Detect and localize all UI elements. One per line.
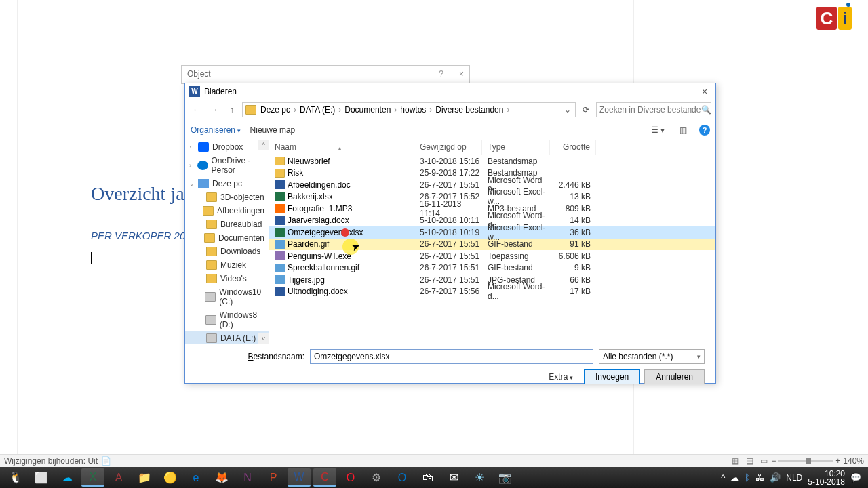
column-name[interactable]: Naam	[269, 140, 414, 155]
organize-button[interactable]: Organiseren	[191, 125, 241, 135]
zoom-control[interactable]: −+ 140%	[771, 456, 864, 466]
sidebar-item[interactable]: Windows10 (C:)	[185, 285, 269, 308]
search-icon[interactable]: 🔍	[701, 105, 711, 115]
access-icon[interactable]: A	[107, 468, 130, 487]
cancel-button[interactable]: Annuleren	[644, 369, 705, 384]
object-dialog-help-button[interactable]: ?	[439, 69, 443, 79]
sidebar-item[interactable]: ›OneDrive - Persor	[185, 154, 269, 177]
tray-arrow[interactable]: ^	[721, 472, 725, 483]
nav-back-button[interactable]: ←	[189, 102, 204, 117]
view-options-button[interactable]: ☰ ▾	[648, 125, 667, 135]
sidebar-item[interactable]: Windows8 (D:)	[185, 308, 269, 331]
file-row[interactable]: Paarden.gif26-7-2017 15:51GIF-bestand91 …	[269, 239, 715, 251]
navigation-bar: ← → ↑ Deze pc› DATA (E:)› Documenten› ho…	[185, 100, 715, 120]
folder-sidebar: ^ ›Dropbox›OneDrive - Persor⌄Deze pc3D-o…	[185, 140, 269, 344]
clock[interactable]: 10:205-10-2018	[808, 470, 845, 486]
column-size[interactable]: Grootte	[550, 140, 596, 155]
bluetooth-icon[interactable]: ᛒ	[745, 472, 750, 483]
macro-icon[interactable]: 📄	[98, 456, 115, 466]
preview-pane-button[interactable]: ▥	[677, 125, 690, 135]
powerpoint-icon[interactable]: P	[262, 468, 285, 487]
sidebar-item[interactable]: Video's	[185, 272, 269, 285]
chrome-icon[interactable]: 🟡	[159, 468, 182, 487]
weather-icon[interactable]: ☀	[468, 468, 491, 487]
file-row[interactable]: Nieuwsbrief3-10-2018 15:16Bestandsmap	[269, 155, 715, 167]
file-row[interactable]: Omzetgegevens.xlsx5-10-2018 10:19Microso…	[269, 226, 715, 239]
file-type-select[interactable]: Alle bestanden (*.*)	[599, 349, 705, 364]
new-folder-button[interactable]: Nieuwe map	[250, 125, 296, 135]
filename-input[interactable]	[310, 349, 593, 364]
breadcrumb-item[interactable]: Deze pc	[259, 105, 292, 115]
mail-icon[interactable]: ✉	[442, 468, 465, 487]
brand-logo: Ci	[816, 7, 856, 33]
zoom-level[interactable]: 140%	[843, 456, 864, 466]
language-indicator[interactable]: NLD	[786, 473, 802, 483]
sidebar-item[interactable]: Downloads	[185, 245, 269, 258]
zoom-slider[interactable]	[778, 460, 833, 462]
skype-icon[interactable]: ☁	[56, 468, 79, 487]
refresh-button[interactable]: ⟳	[578, 105, 593, 115]
app-icon[interactable]: C	[313, 468, 336, 487]
camtasia-icon[interactable]: ⬜	[30, 468, 53, 487]
onedrive-tray-icon[interactable]: ☁	[730, 472, 739, 483]
word-icon: W	[189, 86, 200, 97]
sidebar-item[interactable]: Documenten	[185, 231, 269, 245]
taskbar: 🐧 ⬜ ☁ X A 📁 🟡 e 🦊 N P W C O ⚙ O 🛍 ✉ ☀ 📷 …	[0, 467, 868, 488]
sidebar-item[interactable]: ⌄Deze pc	[185, 177, 269, 190]
sidebar-item[interactable]: Bureaublad	[185, 218, 269, 231]
network-icon[interactable]: 🖧	[755, 472, 764, 483]
breadcrumb-item[interactable]: DATA (E:)	[298, 105, 336, 115]
object-dialog-title: Object	[187, 69, 211, 79]
outlook-icon[interactable]: O	[391, 468, 414, 487]
edge-icon[interactable]: e	[184, 468, 208, 487]
opera-icon[interactable]: O	[339, 468, 362, 487]
word-icon[interactable]: W	[288, 468, 311, 487]
breadcrumb-item[interactable]: Diverse bestanden	[434, 105, 505, 115]
browse-close-button[interactable]: ×	[698, 86, 711, 97]
file-list: Naam Gewijzigd op Type Grootte Nieuwsbri…	[269, 140, 715, 344]
file-row[interactable]: Uitnodiging.docx26-7-2017 15:56Microsoft…	[269, 286, 715, 298]
file-row[interactable]: Spreekballonnen.gif26-7-2017 15:51GIF-be…	[269, 262, 715, 274]
extra-button[interactable]: Extra	[549, 372, 573, 382]
settings-icon[interactable]: ⚙	[365, 468, 388, 487]
insert-button[interactable]: Invoegen	[584, 369, 640, 384]
notifications-icon[interactable]: 💬	[850, 472, 861, 483]
search-input[interactable]	[599, 105, 701, 115]
onenote-icon[interactable]: N	[236, 468, 259, 487]
nav-forward-button[interactable]: →	[207, 102, 222, 117]
read-mode-icon[interactable]: ▦	[728, 456, 743, 466]
help-button[interactable]: ?	[699, 125, 710, 136]
camera-icon[interactable]: 📷	[494, 468, 517, 487]
firefox-icon[interactable]: 🦊	[210, 468, 233, 487]
breadcrumb[interactable]: Deze pc› DATA (E:)› Documenten› howtos› …	[242, 102, 576, 117]
search-box[interactable]: 🔍	[596, 102, 711, 117]
sidebar-item[interactable]: 3D-objecten	[185, 190, 269, 204]
sidebar-scroll-up[interactable]: ^	[258, 140, 269, 150]
store-icon[interactable]: 🛍	[416, 468, 439, 487]
text-cursor	[91, 252, 92, 264]
web-layout-icon[interactable]: ▭	[757, 456, 771, 466]
file-row[interactable]: Bakkerij.xlsx26-7-2017 15:52Microsoft Ex…	[269, 191, 715, 203]
breadcrumb-item[interactable]: howtos	[399, 105, 427, 115]
explorer-icon[interactable]: 📁	[133, 468, 156, 487]
breadcrumb-dropdown[interactable]: ⌄	[563, 105, 572, 115]
sidebar-item[interactable]: Afbeeldingen	[185, 204, 269, 218]
breadcrumb-item[interactable]: Documenten	[343, 105, 392, 115]
object-dialog-close-button[interactable]: ×	[459, 69, 464, 79]
file-row[interactable]: Penguins-WT.exe26-7-2017 15:51Toepassing…	[269, 250, 715, 262]
column-date[interactable]: Gewijzigd op	[414, 140, 482, 155]
excel-icon[interactable]: X	[81, 468, 104, 487]
sidebar-item[interactable]: DATA (E:)	[185, 331, 269, 344]
sidebar-item[interactable]: Muziek	[185, 258, 269, 272]
document-subtitle: PER VERKOPER 201	[91, 230, 191, 241]
file-list-header: Naam Gewijzigd op Type Grootte	[269, 140, 715, 155]
start-button[interactable]: 🐧	[4, 468, 27, 487]
sidebar-scroll-down[interactable]: v	[258, 333, 269, 344]
volume-icon[interactable]: 🔊	[770, 472, 781, 483]
nav-up-button[interactable]: ↑	[224, 102, 239, 117]
print-layout-icon[interactable]: ▤	[743, 456, 757, 466]
tracking-status: Wijzigingen bijhouden: Uit	[4, 456, 98, 466]
folder-icon	[245, 105, 256, 115]
column-type[interactable]: Type	[482, 140, 550, 155]
sidebar-item[interactable]: ›Dropbox	[185, 140, 269, 154]
